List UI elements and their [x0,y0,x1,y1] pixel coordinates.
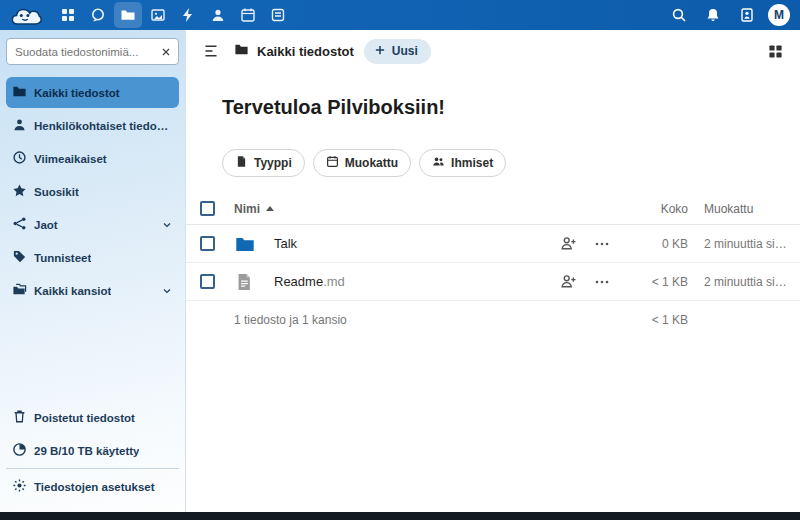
sidebar-item-shares[interactable]: Jaot [6,209,179,240]
sidebar-item-personal-files[interactable]: Henkilökohtaiset tiedostot [6,110,179,141]
sidebar-item-label: Kaikki tiedostot [34,87,120,99]
file-name: Talk [274,236,554,251]
document-icon [234,272,274,292]
file-name: Readme.md [274,274,554,289]
folder-icon [234,233,274,255]
file-extension: .md [323,274,345,289]
actions-menu-icon[interactable] [588,230,616,258]
files-table-header-row: Nimi Koko Muokattu [186,193,800,225]
dashboard-app-icon[interactable] [54,2,82,28]
sidebar-item-all-folders[interactable]: Kaikki kansiot [6,275,179,306]
deck-app-icon[interactable] [264,2,292,28]
notifications-bell-icon[interactable] [700,2,726,28]
trash-icon [12,409,27,426]
activity-app-icon[interactable] [174,2,202,28]
sidebar-item-quota[interactable]: 29 B/10 TB käytetty [6,435,179,466]
sort-ascending-icon [266,206,274,211]
contacts-menu-icon[interactable] [734,2,760,28]
welcome-heading: Tervetuloa Pilviboksiin! [222,96,800,119]
files-sidebar: Kaikki tiedostot Henkilökohtaiset tiedos… [0,30,186,512]
row-checkbox[interactable] [200,236,215,251]
column-name-label: Nimi [234,202,260,216]
settings-gear-icon [12,478,27,495]
column-header-modified[interactable]: Muokattu [688,202,790,216]
filter-chips: Tyyppi Muokattu Ihmiset [222,149,800,177]
sidebar-item-label: Viimeaikaiset [34,153,107,165]
sidebar-item-label: Poistetut tiedostot [34,412,135,424]
clock-icon [12,150,27,167]
sidebar-footer: Poistetut tiedostot 29 B/10 TB käytetty … [6,402,179,502]
calendar-app-icon[interactable] [234,2,262,28]
content-area: Kaikki tiedostot Henkilökohtaiset tiedos… [0,30,800,512]
filter-people-chip[interactable]: Ihmiset [419,149,506,177]
grid-view-toggle-icon[interactable] [762,38,788,64]
files-table: Nimi Koko Muokattu Talk [186,193,800,339]
sidebar-item-tags[interactable]: Tunnisteet [6,242,179,273]
topbar: M [0,0,800,30]
window-bottom-edge [0,512,800,520]
file-icon [235,155,248,171]
breadcrumb-label: Kaikki tiedostot [257,44,354,59]
file-modified: 2 minuuttia si… [688,237,790,251]
sidebar-item-label: Suosikit [34,186,79,198]
sidebar-item-label: Jaot [34,219,58,231]
people-icon [432,155,445,171]
filter-type-chip[interactable]: Tyyppi [222,149,305,177]
app-navigation [54,2,292,28]
new-button[interactable]: Uusi [364,39,431,64]
sidebar-navigation: Kaikki tiedostot Henkilökohtaiset tiedos… [6,77,179,306]
filter-chip-label: Tyyppi [254,156,292,170]
filename-filter [6,38,179,65]
folder-icon [234,42,249,60]
column-header-size[interactable]: Koko [622,202,688,216]
quota-label: 29 B/10 TB käytetty [34,445,139,457]
sidebar-item-all-files[interactable]: Kaikki tiedostot [6,77,179,108]
sidebar-item-recent[interactable]: Viimeaikaiset [6,143,179,174]
app-logo-icon[interactable] [10,5,42,26]
sidebar-item-label: Tiedostojen asetukset [34,481,155,493]
chevron-down-icon[interactable] [161,219,173,231]
file-row-readme[interactable]: Readme.md < 1 KB 2 minuuttia si… [186,263,800,301]
files-list-header: Kaikki tiedostot Uusi [186,30,800,70]
sidebar-item-files-settings[interactable]: Tiedostojen asetukset [6,468,179,502]
files-app-icon[interactable] [114,2,142,28]
share-add-icon[interactable] [554,268,582,296]
actions-menu-icon[interactable] [588,268,616,296]
new-button-label: Uusi [392,44,418,58]
file-modified: 2 minuuttia si… [688,275,790,289]
select-all-checkbox[interactable] [200,201,215,216]
user-icon [12,117,27,134]
sidebar-item-label: Tunnisteet [34,252,91,264]
clear-filter-icon[interactable] [157,43,174,60]
filename-filter-input[interactable] [6,38,179,65]
chevron-down-icon[interactable] [161,285,173,297]
file-basename: Readme [274,274,323,289]
column-header-name[interactable]: Nimi [234,202,554,216]
files-main: Kaikki tiedostot Uusi Tervetuloa Pilvibo… [186,30,800,512]
file-row-talk[interactable]: Talk 0 KB 2 minuuttia si… [186,225,800,263]
file-basename: Talk [274,236,297,251]
user-avatar[interactable]: M [768,4,790,26]
photos-app-icon[interactable] [144,2,172,28]
sidebar-item-deleted-files[interactable]: Poistetut tiedostot [6,402,179,433]
sidebar-item-favorites[interactable]: Suosikit [6,176,179,207]
contacts-app-icon[interactable] [204,2,232,28]
unified-search-icon[interactable] [666,2,692,28]
calendar-icon [326,155,339,171]
file-size: < 1 KB [622,275,688,289]
sidebar-item-label: Henkilökohtaiset tiedostot [34,120,173,132]
filter-modified-chip[interactable]: Muokattu [313,149,411,177]
summary-size: < 1 KB [622,313,688,327]
row-checkbox[interactable] [200,274,215,289]
topbar-right: M [666,2,790,28]
share-icon [12,216,27,233]
folders-icon [12,282,27,299]
filter-chip-label: Muokattu [345,156,398,170]
breadcrumb[interactable]: Kaikki tiedostot [234,42,354,60]
sidebar-item-label: Kaikki kansiot [34,285,111,297]
toggle-sidebar-icon[interactable] [198,38,224,64]
file-size: 0 KB [622,237,688,251]
talk-app-icon[interactable] [84,2,112,28]
tag-icon [12,249,27,266]
share-add-icon[interactable] [554,230,582,258]
